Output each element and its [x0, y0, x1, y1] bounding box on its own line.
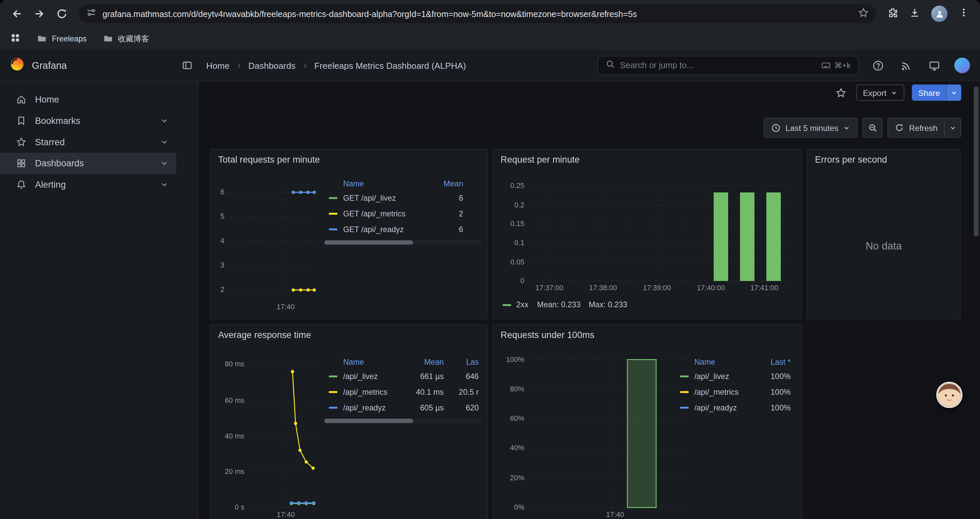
- user-avatar[interactable]: [954, 57, 970, 73]
- panel-title[interactable]: Errors per second: [815, 155, 887, 164]
- total-requests-chart[interactable]: 2345617:40: [210, 179, 322, 314]
- folder-icon: [37, 33, 47, 45]
- bookmarks-bar: Freeleaps 收藏博客: [0, 27, 980, 50]
- breadcrumb-home[interactable]: Home: [206, 61, 229, 70]
- sidebar-item-bookmarks[interactable]: Bookmarks: [0, 110, 176, 132]
- export-button[interactable]: Export: [856, 85, 904, 101]
- header-actions: [870, 57, 970, 73]
- bookmark-icon: [16, 116, 26, 126]
- legend-row[interactable]: GET /api/_livez 6: [324, 190, 482, 206]
- help-icon[interactable]: [870, 57, 886, 73]
- folder-icon: [103, 33, 113, 45]
- scrollbar-thumb[interactable]: [974, 86, 978, 237]
- app-title: Grafana: [32, 60, 67, 71]
- panel-title[interactable]: Requests under 100ms: [501, 330, 594, 340]
- scrollbar-thumb[interactable]: [324, 419, 413, 423]
- page-scrollbar[interactable]: [974, 84, 978, 517]
- legend-item-2xx[interactable]: 2xx Mean: 0.233 Max: 0.233: [502, 300, 635, 309]
- browser-window: grafana.mathmast.com/d/deytv4rwavabkb/fr…: [0, 0, 980, 519]
- legend-row[interactable]: /api/_livez 661 µs 646: [324, 369, 482, 385]
- browser-actions: [883, 6, 974, 22]
- forward-icon[interactable]: [29, 3, 50, 24]
- browser-toolbar: grafana.mathmast.com/d/deytv4rwavabkb/fr…: [0, 0, 980, 27]
- legend-scrollbar[interactable]: [324, 241, 482, 245]
- panel-errors-per-second: Errors per second No data: [807, 149, 961, 319]
- breadcrumb: Home Dashboards Freeleaps Metrics Dashbo…: [206, 61, 466, 70]
- refresh-interval-caret[interactable]: [944, 118, 961, 137]
- back-icon[interactable]: [6, 3, 28, 24]
- bell-icon: [16, 180, 26, 190]
- url-text[interactable]: grafana.mathmast.com/d/deytv4rwavabkb/fr…: [102, 9, 852, 18]
- extensions-icon[interactable]: [888, 7, 898, 21]
- sidebar-item-alerting[interactable]: Alerting: [0, 174, 176, 195]
- request-per-minute-chart[interactable]: 00.050.10.150.20.2517:37:0017:38:0017:39…: [493, 178, 795, 297]
- legend-col-last[interactable]: Last *: [754, 358, 791, 367]
- legend-col-name[interactable]: Name: [343, 358, 406, 367]
- chevron-down-icon[interactable]: [160, 159, 169, 168]
- panel-requests-under-100ms: Requests under 100ms 0%20%40%60%80%100%1…: [492, 324, 802, 519]
- grafana-app: Grafana Home Dashboards Freeleaps Metric…: [0, 50, 980, 519]
- download-icon[interactable]: [909, 7, 920, 21]
- caret-down-icon: [949, 124, 956, 131]
- sidebar-item-home[interactable]: Home: [0, 89, 176, 110]
- refresh-button[interactable]: Refresh: [888, 118, 945, 137]
- time-range-picker[interactable]: Last 5 minutes: [764, 118, 858, 137]
- rss-icon[interactable]: [898, 57, 915, 73]
- legend-col-last[interactable]: Las: [444, 358, 479, 367]
- chevron-down-icon[interactable]: [160, 117, 169, 125]
- sidebar-item-dashboards[interactable]: Dashboards: [0, 153, 176, 174]
- breadcrumb-dashboards[interactable]: Dashboards: [248, 61, 296, 70]
- legend-col-name[interactable]: Name: [343, 180, 426, 188]
- legend-row[interactable]: GET /api/_readyz 6: [324, 222, 482, 237]
- panel-title[interactable]: Average response time: [218, 330, 311, 340]
- monitor-icon[interactable]: [926, 57, 943, 73]
- reload-icon[interactable]: [51, 3, 73, 24]
- legend-table: Name Last * /api/_livez 100% /api/_metri…: [675, 356, 794, 415]
- mega-menu-toggle-icon[interactable]: [180, 57, 195, 73]
- series-color-dash: [329, 228, 337, 230]
- legend-row[interactable]: /api/_metrics 40.1 ms 20.5 r: [324, 384, 482, 400]
- search-icon: [606, 59, 615, 72]
- sidebar-item-starred[interactable]: Starred: [0, 131, 176, 153]
- time-controls: Last 5 minutes Refresh: [764, 118, 961, 137]
- dashboard-canvas: Export Share Last: [199, 81, 980, 519]
- average-response-time-chart[interactable]: 0 s20 ms40 ms60 ms80 ms17:40: [210, 352, 323, 519]
- legend-col-name[interactable]: Name: [694, 358, 754, 367]
- breadcrumb-current: Freeleaps Metrics Dashboard (ALPHA): [314, 61, 466, 70]
- scrollbar-thumb[interactable]: [324, 241, 413, 245]
- chevron-down-icon[interactable]: [160, 137, 169, 146]
- legend-row[interactable]: /api/_metrics 100%: [675, 384, 794, 400]
- legend-col-mean[interactable]: Mean: [426, 180, 463, 188]
- floating-assistant-avatar[interactable]: [936, 382, 963, 408]
- series-color-dash: [329, 391, 337, 393]
- share-button[interactable]: Share: [912, 85, 946, 101]
- refresh-icon: [895, 123, 904, 132]
- apps-grid-icon[interactable]: [10, 32, 21, 45]
- address-bar[interactable]: grafana.mathmast.com/d/deytv4rwavabkb/fr…: [79, 4, 876, 23]
- menu-icon[interactable]: [959, 7, 969, 20]
- caret-down-icon: [891, 89, 898, 96]
- series-color-dash: [329, 407, 337, 409]
- favorite-star-icon[interactable]: [833, 85, 849, 101]
- zoom-out-button[interactable]: [863, 118, 883, 137]
- bookmark-folder-blogs[interactable]: 收藏博客: [103, 33, 149, 45]
- panel-title[interactable]: Request per minute: [501, 155, 580, 164]
- requests-under-100ms-chart[interactable]: 0%20%40%60%80%100%17:40: [493, 352, 693, 519]
- legend-row[interactable]: /api/_readyz 100%: [675, 400, 794, 415]
- grafana-logo[interactable]: [10, 57, 24, 74]
- legend-row[interactable]: GET /api/_metrics 2: [324, 206, 482, 222]
- legend-col-mean[interactable]: Mean: [406, 358, 444, 367]
- chevron-down-icon[interactable]: [160, 180, 169, 189]
- keyboard-icon: [821, 61, 830, 70]
- legend-scrollbar[interactable]: [324, 419, 482, 423]
- search-field[interactable]: [620, 61, 816, 70]
- profile-avatar[interactable]: [931, 6, 948, 22]
- bookmark-star-icon[interactable]: [858, 7, 869, 21]
- legend-row[interactable]: /api/_livez 100%: [675, 369, 794, 385]
- site-settings-icon[interactable]: [86, 7, 96, 20]
- share-caret-button[interactable]: [946, 85, 961, 101]
- bookmark-folder-freeleaps[interactable]: Freeleaps: [37, 33, 87, 45]
- legend-row[interactable]: /api/_readyz 605 µs 620: [324, 400, 482, 415]
- panel-title[interactable]: Total requests per minute: [218, 155, 320, 164]
- search-input[interactable]: ⌘+k: [597, 56, 859, 75]
